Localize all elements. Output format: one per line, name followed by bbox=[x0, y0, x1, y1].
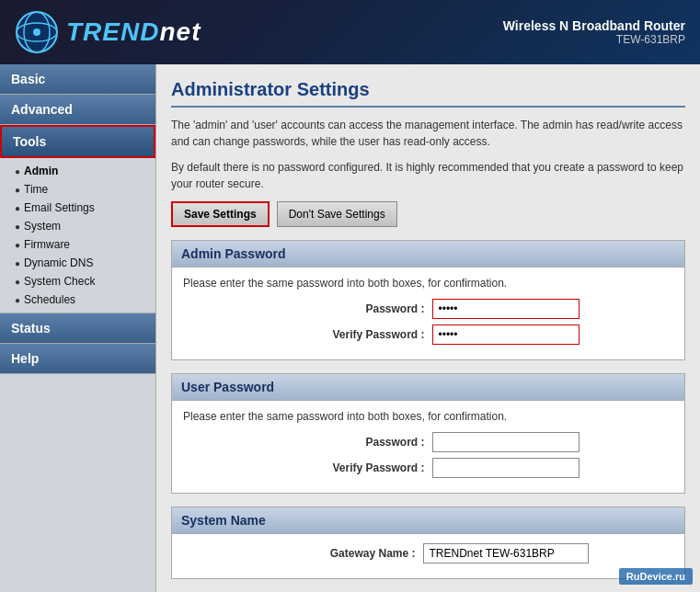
bullet-icon: ● bbox=[15, 166, 20, 176]
admin-password-title: Admin Password bbox=[172, 241, 684, 268]
admin-verify-input[interactable] bbox=[432, 324, 580, 345]
system-name-section: System Name Gateway Name : bbox=[171, 507, 685, 579]
product-line: Wireless N Broadband Router bbox=[503, 18, 685, 33]
sidebar-section-advanced: Advanced bbox=[0, 95, 155, 125]
content-area: Administrator Settings The 'admin' and '… bbox=[156, 64, 700, 592]
gateway-label: Gateway Name : bbox=[269, 547, 416, 560]
gateway-name-input[interactable] bbox=[423, 543, 589, 564]
sidebar-item-status[interactable]: Status bbox=[0, 313, 155, 343]
user-password-section: User Password Please enter the same pass… bbox=[171, 373, 685, 494]
admin-password-section: Admin Password Please enter the same pas… bbox=[171, 240, 685, 360]
main-layout: Basic Advanced Tools ● Admin ● Time ● Em… bbox=[0, 64, 700, 592]
bullet-icon: ● bbox=[15, 258, 20, 268]
sidebar-item-help[interactable]: Help bbox=[0, 344, 155, 373]
sidebar-item-email[interactable]: ● Email Settings bbox=[0, 199, 155, 217]
user-verify-row: Verify Password : bbox=[183, 458, 673, 478]
sidebar-item-system-check[interactable]: ● System Check bbox=[0, 272, 155, 290]
user-verify-label: Verify Password : bbox=[278, 461, 425, 474]
sidebar-item-schedules[interactable]: ● Schedules bbox=[0, 290, 155, 309]
description-2: By default there is no password configur… bbox=[171, 159, 685, 192]
watermark: RuDevice.ru bbox=[619, 568, 693, 585]
user-password-row: Password : bbox=[183, 432, 673, 452]
admin-verify-row: Verify Password : bbox=[183, 324, 673, 345]
gateway-name-row: Gateway Name : bbox=[183, 543, 673, 564]
save-settings-button[interactable]: Save Settings bbox=[171, 201, 270, 227]
description-1: The 'admin' and 'user' accounts can acce… bbox=[171, 117, 685, 150]
admin-password-desc: Please enter the same password into both… bbox=[183, 277, 673, 290]
sidebar-section-status: Status bbox=[0, 313, 155, 344]
admin-verify-label: Verify Password : bbox=[278, 328, 425, 341]
model-number: TEW-631BRP bbox=[503, 33, 685, 46]
header-right: Wireless N Broadband Router TEW-631BRP bbox=[503, 18, 685, 46]
user-password-desc: Please enter the same password into both… bbox=[183, 410, 673, 423]
sidebar-item-time[interactable]: ● Time bbox=[0, 180, 155, 199]
sidebar-item-system[interactable]: ● System bbox=[0, 217, 155, 235]
bullet-icon: ● bbox=[15, 185, 20, 195]
sidebar-section-help: Help bbox=[0, 344, 155, 374]
user-password-label: Password : bbox=[278, 436, 425, 449]
sidebar-item-admin[interactable]: ● Admin bbox=[0, 162, 155, 180]
tools-items: ● Admin ● Time ● Email Settings ● System… bbox=[0, 158, 155, 313]
sidebar-section-tools: Tools ● Admin ● Time ● Email Settings ● … bbox=[0, 125, 155, 313]
sidebar-section-basic: Basic bbox=[0, 64, 155, 95]
system-name-body: Gateway Name : bbox=[172, 534, 684, 578]
sidebar-item-advanced[interactable]: Advanced bbox=[0, 95, 155, 124]
sidebar-item-dynamic-dns[interactable]: ● Dynamic DNS bbox=[0, 254, 155, 272]
admin-password-input[interactable] bbox=[432, 299, 580, 319]
sidebar-item-tools[interactable]: Tools bbox=[0, 125, 155, 158]
admin-password-label: Password : bbox=[278, 302, 425, 315]
user-password-input[interactable] bbox=[432, 432, 580, 452]
bullet-icon: ● bbox=[15, 240, 20, 250]
user-password-title: User Password bbox=[172, 374, 684, 401]
sidebar-item-firmware[interactable]: ● Firmware bbox=[0, 235, 155, 254]
sidebar-item-basic[interactable]: Basic bbox=[0, 64, 155, 94]
bullet-icon: ● bbox=[15, 277, 20, 287]
trendnet-logo-icon bbox=[15, 10, 59, 54]
admin-password-row: Password : bbox=[183, 299, 673, 319]
svg-point-3 bbox=[33, 28, 40, 36]
logo-area: TRENDnet bbox=[15, 10, 201, 54]
dont-save-button[interactable]: Don't Save Settings bbox=[277, 201, 397, 227]
page-title: Administrator Settings bbox=[171, 79, 685, 108]
logo-text: TRENDnet bbox=[66, 17, 201, 47]
header: TRENDnet Wireless N Broadband Router TEW… bbox=[0, 0, 700, 64]
admin-password-body: Please enter the same password into both… bbox=[172, 268, 684, 359]
user-password-body: Please enter the same password into both… bbox=[172, 401, 684, 493]
system-name-title: System Name bbox=[172, 507, 684, 534]
sidebar: Basic Advanced Tools ● Admin ● Time ● Em… bbox=[0, 64, 156, 592]
bullet-icon: ● bbox=[15, 295, 20, 305]
user-verify-input[interactable] bbox=[432, 458, 580, 478]
action-buttons: Save Settings Don't Save Settings bbox=[171, 201, 685, 227]
bullet-icon: ● bbox=[15, 203, 20, 213]
bullet-icon: ● bbox=[15, 222, 20, 232]
